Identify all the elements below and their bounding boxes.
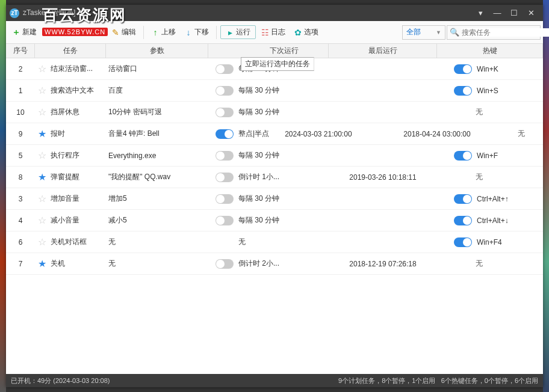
table-row[interactable]: 7★关机无倒计时 2小...2018-12-19 07:26:18无 — [6, 253, 543, 275]
hotkey-toggle[interactable] — [454, 216, 472, 225]
table-row[interactable]: 9★报时音量4 钟声: Bell整点|半点2024-03-03 21:00:00… — [6, 123, 543, 145]
col-next[interactable]: 下次运行 — [208, 44, 329, 58]
dropdown-icon[interactable]: ▾ — [472, 7, 489, 19]
plus-icon: ＋ — [12, 28, 20, 37]
col-hotkey[interactable]: 热键 — [437, 44, 543, 58]
app-icon: zT — [10, 8, 19, 18]
next-run: 每隔 30 分钟 — [238, 107, 279, 117]
hotkey-label: 无 — [496, 129, 525, 139]
statusbar: 已开机：49分 (2024-03-03 20:08) 9个计划任务，8个暂停，1… — [6, 374, 543, 387]
next-run: 每隔 30 分钟 — [238, 150, 279, 161]
hotkey-label: Ctrl+Alt+↑ — [477, 195, 509, 203]
options-button[interactable]: ✿选项 — [290, 25, 322, 39]
enable-toggle[interactable] — [216, 151, 234, 161]
task-param: "我的提醒" QQ.wav — [106, 172, 208, 182]
pencil-icon: ✎ — [111, 28, 120, 37]
enable-toggle[interactable] — [216, 173, 234, 182]
filter-dropdown[interactable]: 全部▼ — [402, 25, 445, 40]
task-param: 百度 — [106, 85, 208, 96]
task-name: 弹窗提醒 — [51, 172, 79, 182]
enable-toggle[interactable] — [216, 108, 234, 117]
table-row[interactable]: 1☆搜索选中文本百度每隔 30 分钟Win+S — [6, 80, 543, 102]
app-window: zT zTasker [管理员] ▾ — ☐ ✕ 百云资源网 WWW.52BYW… — [6, 5, 543, 387]
table-row[interactable]: 3☆增加音量增加5每隔 30 分钟Ctrl+Alt+↑ — [6, 188, 543, 210]
task-param: 无 — [106, 259, 208, 269]
star-icon[interactable]: ★ — [37, 129, 47, 139]
hotkey-toggle[interactable] — [454, 86, 472, 96]
enable-toggle[interactable] — [216, 86, 234, 96]
hotkey-label: 无 — [454, 107, 483, 117]
table-header: 序号 任务 参数 下次运行 最后运行 热键 立即运行选中的任务 — [6, 44, 543, 58]
search-box[interactable]: 🔍 — [447, 25, 541, 40]
col-index[interactable]: 序号 — [6, 44, 35, 58]
next-run: 倒计时 2小... — [238, 259, 279, 269]
star-icon[interactable]: ★ — [37, 173, 47, 182]
hotkey-label: 无 — [454, 172, 483, 182]
task-name: 执行程序 — [51, 150, 79, 161]
task-param: 音量4 钟声: Bell — [106, 129, 208, 139]
window-title: zTasker [管理员] — [23, 8, 472, 18]
hotkey-label: Win+K — [477, 65, 498, 73]
enable-toggle[interactable] — [216, 216, 234, 225]
maximize-button[interactable]: ☐ — [506, 7, 523, 19]
minimize-button[interactable]: — — [489, 7, 506, 19]
titlebar[interactable]: zT zTasker [管理员] ▾ — ☐ ✕ — [6, 5, 543, 21]
table-row[interactable]: 6☆关机对话框无无Win+F4 — [6, 231, 543, 253]
x-icon: ✕ — [45, 28, 54, 37]
arrow-up-icon: ↑ — [151, 28, 160, 37]
search-input[interactable] — [462, 28, 549, 37]
hotkey-toggle[interactable] — [454, 64, 472, 74]
close-button[interactable]: ✕ — [523, 7, 539, 19]
star-icon[interactable]: ★ — [37, 259, 47, 269]
task-name: 报时 — [51, 129, 65, 139]
enable-toggle[interactable] — [216, 64, 234, 74]
copy-button[interactable]: ⧉复制 — [75, 25, 107, 39]
enable-toggle[interactable] — [216, 194, 234, 204]
status-tasks: 9个计划任务，8个暂停，1个启用 — [338, 377, 435, 384]
new-button[interactable]: ＋新建 — [8, 25, 40, 39]
enable-toggle[interactable] — [216, 129, 234, 139]
star-icon[interactable]: ☆ — [37, 64, 47, 74]
delete-button[interactable]: ✕删除 — [42, 25, 73, 39]
col-last[interactable]: 最后运行 — [329, 44, 437, 58]
last-run: 2018-12-19 07:26:18 — [329, 260, 437, 268]
status-hotkeys: 6个热键任务，0个暂停，6个启用 — [441, 377, 538, 384]
table-body[interactable]: 2☆结束活动窗...活动窗口每隔 30 分钟Win+K1☆搜索选中文本百度每隔 … — [6, 58, 543, 374]
star-icon[interactable]: ☆ — [37, 216, 47, 225]
col-task[interactable]: 任务 — [35, 44, 106, 58]
hotkey-toggle[interactable] — [454, 237, 472, 247]
task-name: 关机对话框 — [51, 237, 87, 247]
run-button[interactable]: ▸运行 — [220, 25, 256, 39]
table-row[interactable]: 4☆减小音量减小5每隔 30 分钟Ctrl+Alt+↓ — [6, 210, 543, 231]
next-run: 每隔 30 分钟 — [238, 194, 279, 204]
play-icon: ▸ — [226, 28, 234, 37]
star-icon[interactable]: ☆ — [37, 108, 47, 117]
task-name: 增加音量 — [51, 194, 79, 204]
task-name: 关机 — [51, 259, 65, 269]
run-tooltip: 立即运行选中的任务 — [241, 57, 314, 71]
table-row[interactable]: 8★弹窗提醒"我的提醒" QQ.wav倒计时 1小...2019-03-26 1… — [6, 167, 543, 188]
copy-icon: ⧉ — [78, 28, 87, 37]
hotkey-toggle[interactable] — [454, 194, 472, 204]
edit-button[interactable]: ✎编辑 — [108, 25, 140, 39]
star-icon[interactable]: ☆ — [37, 86, 47, 96]
log-button[interactable]: ☷日志 — [257, 25, 289, 39]
table-row[interactable]: 5☆执行程序Everything.exe每隔 30 分钟Win+F — [6, 145, 543, 167]
col-param[interactable]: 参数 — [106, 44, 208, 58]
star-icon[interactable]: ☆ — [37, 194, 47, 204]
task-name: 搜索选中文本 — [51, 85, 94, 96]
star-icon[interactable]: ☆ — [37, 237, 47, 247]
task-param: 10分钟 密码可退 — [106, 107, 208, 117]
table-row[interactable]: 10☆挡屏休息10分钟 密码可退每隔 30 分钟无 — [6, 102, 543, 123]
star-icon[interactable]: ☆ — [37, 151, 47, 161]
next-run: 倒计时 1小... — [238, 172, 279, 182]
status-uptime: 已开机：49分 (2024-03-03 20:08) — [11, 376, 110, 385]
last-run: 2019-03-26 10:18:11 — [329, 173, 437, 182]
hotkey-label: Win+F4 — [477, 238, 502, 247]
hotkey-toggle[interactable] — [454, 151, 472, 161]
enable-toggle[interactable] — [216, 259, 234, 269]
next-run: 每隔 30 分钟 — [238, 85, 279, 96]
next-run: 每隔 30 分钟 — [238, 215, 279, 225]
move-down-button[interactable]: ↓下移 — [181, 25, 212, 39]
move-up-button[interactable]: ↑上移 — [147, 25, 179, 39]
